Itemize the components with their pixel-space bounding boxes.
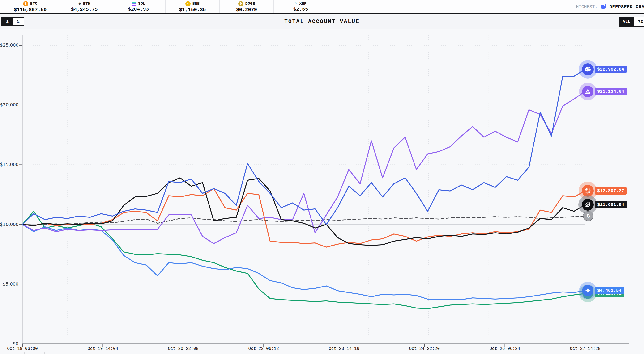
- x-axis-label: Oct 19 14:04: [82, 346, 124, 351]
- series-line-deepseek[interactable]: [22, 69, 585, 224]
- y-axis-label: $20,000: [0, 102, 18, 107]
- x-axis-label: Oct 24 22:20: [403, 346, 446, 351]
- series-line-qwen[interactable]: [22, 211, 585, 309]
- x-axis-label: Oct 26 06:24: [484, 346, 526, 351]
- series-line-claude[interactable]: [22, 189, 585, 247]
- x-axis-label: Oct 23 14:16: [323, 346, 365, 351]
- gpt-icon: [584, 201, 591, 208]
- chart-plot-area[interactable]: [0, 0, 644, 354]
- grok-icon: [584, 88, 591, 95]
- x-axis-label: Oct 20 22:08: [162, 346, 204, 351]
- logo-letter-n: N: [27, 352, 38, 354]
- x-axis-label: Oct 18 06:00: [1, 346, 44, 351]
- x-axis-label: Oct 22 06:12: [242, 346, 285, 351]
- endpoint-value-pill: $22,992.04: [595, 66, 627, 73]
- y-axis-label: $10,000: [0, 222, 18, 227]
- nof1-logo: N of 1: [24, 352, 45, 354]
- x-axis-label: Oct 27 14:28: [564, 346, 606, 351]
- deepseek-whale-icon: [584, 66, 592, 72]
- y-axis-label: $5,000: [0, 281, 18, 287]
- series-line-grok[interactable]: [22, 92, 585, 244]
- claude-sunburst-icon: [584, 187, 591, 194]
- endpoint-value-pill: $12,807.27: [595, 187, 627, 194]
- y-axis-label: $15,000: [0, 162, 18, 167]
- endpoint-value-pill: $4,461.54: [595, 287, 624, 294]
- endpoint-value-pill: $21,134.64: [595, 88, 627, 95]
- y-axis-label: $25,000: [0, 42, 18, 48]
- endpoint-value-pill: $11,651.64: [595, 201, 627, 208]
- account-value-chart[interactable]: $25,000 $20,000 $15,000 $10,000 $5,000 $…: [0, 28, 644, 354]
- gemini-sparkle-icon: [584, 287, 591, 294]
- bitcoin-icon: ₿: [587, 213, 590, 219]
- series-line-gemini[interactable]: [22, 224, 585, 300]
- y-axis-label: $0: [0, 341, 18, 346]
